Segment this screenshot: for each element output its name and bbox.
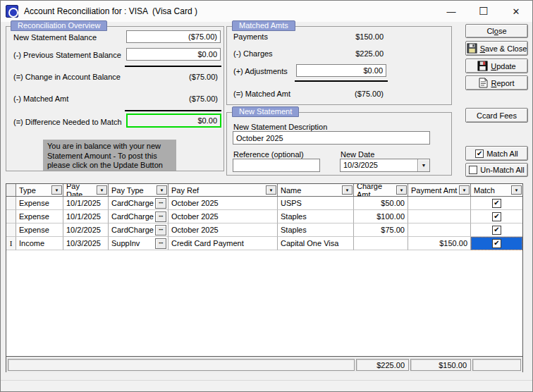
reconciliation-overview-tab: Reconciliation Overview (11, 20, 107, 31)
cell-pay-ref[interactable]: October 2025 (169, 197, 278, 210)
cell-pay-ref[interactable]: Credit Card Payment (169, 237, 278, 250)
cell-charge-amt[interactable]: $100.00 (354, 210, 408, 223)
charges-value: $225.00 (297, 49, 384, 58)
table-row: Expense 10/2/2025 CardCharge ··· October… (6, 223, 522, 237)
match-checkbox[interactable]: ✔ (492, 239, 501, 248)
cell-charge-amt[interactable]: $50.00 (354, 197, 408, 210)
charge-amt-filter-dropdown-icon[interactable]: ▼ (396, 185, 407, 195)
adjustments-input[interactable] (296, 64, 386, 77)
pay-type-lookup-button[interactable]: ··· (155, 238, 166, 249)
previous-statement-balance-label: (-) Previous Statement Balance (13, 51, 121, 59)
ccard-fees-button[interactable]: Ccard Fees (465, 108, 528, 123)
col-header-payment-amt[interactable]: Payment Amt ▼ (408, 184, 471, 196)
cell-payment-amt[interactable]: $150.00 (408, 237, 471, 250)
cell-match[interactable]: ✔ (471, 210, 522, 223)
row-selector-current[interactable]: I (6, 237, 16, 250)
pay-type-lookup-button[interactable]: ··· (155, 198, 166, 209)
cell-pay-date[interactable]: 10/1/2025 (63, 210, 109, 223)
cell-pay-type[interactable]: CardCharge ··· (109, 197, 169, 210)
cell-name[interactable]: Staples (278, 210, 354, 223)
new-date-combo[interactable]: 10/3/2025 ▼ (340, 159, 430, 172)
cell-pay-date[interactable]: 10/2/2025 (63, 223, 109, 237)
grid-header-row: Type ▼ Pay Date ▼ Pay Type ▼ Pay Ref ▼ N… (6, 184, 522, 197)
new-statement-balance-input[interactable] (126, 30, 221, 43)
title-bar: Account Reconciliation for : VISA (Visa … (1, 1, 532, 22)
new-statement-description-input[interactable] (233, 131, 430, 145)
cell-type[interactable]: Expense (16, 210, 63, 223)
name-filter-dropdown-icon[interactable]: ▼ (342, 185, 353, 195)
new-date-dropdown-icon[interactable]: ▼ (417, 159, 429, 171)
cell-charge-amt[interactable] (354, 237, 408, 250)
row-selector[interactable] (6, 210, 16, 223)
col-header-pay-type[interactable]: Pay Type ▼ (109, 184, 169, 196)
charge-amt-total: $225.00 (356, 359, 409, 371)
cell-pay-type[interactable]: CardCharge ··· (109, 210, 169, 223)
update-button[interactable]: Update (465, 59, 528, 73)
cell-name[interactable]: USPS (278, 197, 354, 210)
table-row: I Income 10/3/2025 SuppInv ··· Credit Ca… (6, 237, 522, 250)
cell-pay-date[interactable]: 10/3/2025 (63, 237, 109, 250)
maximize-button[interactable]: ☐ (467, 1, 500, 22)
reference-label: Reference (optional) (233, 150, 304, 159)
save-and-close-button[interactable]: Save & Close (465, 41, 528, 56)
row-selector[interactable] (6, 197, 16, 210)
unmatch-all-checkbox-icon (469, 166, 477, 174)
pay-date-filter-dropdown-icon[interactable]: ▼ (97, 185, 107, 195)
payments-label: Payments (233, 32, 268, 41)
close-window-button[interactable]: ✕ (500, 1, 532, 22)
reference-input[interactable] (233, 159, 320, 172)
cell-match[interactable]: ✔ (471, 223, 522, 237)
cell-pay-ref[interactable]: October 2025 (169, 223, 278, 237)
match-checkbox[interactable]: ✔ (492, 199, 501, 208)
row-selector[interactable] (6, 223, 16, 237)
overview-matched-amt-value: ($75.00) (126, 94, 218, 103)
cell-type[interactable]: Expense (16, 223, 63, 237)
caption-buttons: — ☐ ✕ (435, 1, 532, 22)
type-filter-dropdown-icon[interactable]: ▼ (51, 185, 62, 195)
pay-type-lookup-button[interactable]: ··· (155, 225, 166, 235)
account-reconciliation-window: Account Reconciliation for : VISA (Visa … (0, 0, 533, 392)
matched-amts-separator (295, 80, 388, 82)
match-checkbox[interactable]: ✔ (492, 212, 501, 221)
col-header-type[interactable]: Type ▼ (16, 184, 63, 196)
cell-payment-amt[interactable] (408, 210, 471, 223)
update-floppy-icon (477, 61, 488, 71)
col-header-pay-ref[interactable]: Pay Ref ▼ (169, 184, 278, 196)
cell-payment-amt[interactable] (408, 223, 471, 237)
cell-pay-type[interactable]: SuppInv ··· (109, 237, 169, 250)
previous-statement-balance-input[interactable] (126, 48, 221, 61)
match-checkbox[interactable]: ✔ (492, 226, 501, 235)
cell-pay-date[interactable]: 10/1/2025 (63, 197, 109, 210)
matched-amt-total-label: (=) Matched Amt (233, 90, 290, 98)
cell-pay-type[interactable]: CardCharge ··· (109, 223, 169, 237)
match-all-button[interactable]: ✔ Match All (465, 146, 528, 161)
cell-pay-ref[interactable]: October 2025 (169, 210, 278, 223)
report-button[interactable]: Report (465, 75, 528, 90)
minimize-button[interactable]: — (435, 1, 467, 22)
cell-type[interactable]: Income (16, 237, 63, 250)
cell-match[interactable]: ✔ (471, 197, 522, 210)
change-in-account-balance-label: (=) Change in Account Balance (13, 73, 121, 81)
close-button[interactable]: Close (465, 24, 528, 38)
pay-type-filter-dropdown-icon[interactable]: ▼ (157, 185, 167, 195)
cell-charge-amt[interactable]: $75.00 (354, 223, 408, 237)
payment-amt-filter-dropdown-icon[interactable]: ▼ (459, 185, 470, 195)
col-header-charge-amt[interactable]: Charge Amt ▼ (354, 184, 408, 196)
pay-ref-filter-dropdown-icon[interactable]: ▼ (266, 185, 276, 195)
col-header-match[interactable]: Match ▼ (471, 184, 522, 196)
col-header-name[interactable]: Name ▼ (278, 184, 354, 196)
app-icon (6, 5, 18, 18)
match-filter-dropdown-icon[interactable]: ▼ (511, 185, 522, 195)
difference-needed-box: $0.00 (126, 114, 221, 128)
balance-message-box: You are in balance with your new Stateme… (43, 140, 176, 171)
payment-amt-total: $150.00 (410, 359, 471, 371)
cell-type[interactable]: Expense (16, 197, 63, 210)
cell-name[interactable]: Capital One Visa (278, 237, 354, 250)
pay-type-lookup-button[interactable]: ··· (155, 212, 166, 222)
unmatch-all-button[interactable]: Un-Match All (465, 163, 528, 177)
cell-match-selected[interactable]: ✔ (471, 237, 522, 250)
cell-name[interactable]: Staples (278, 223, 354, 237)
cell-payment-amt[interactable] (408, 197, 471, 210)
col-header-pay-date[interactable]: Pay Date ▼ (63, 184, 109, 196)
window-title: Account Reconciliation for : VISA (Visa … (24, 6, 197, 16)
